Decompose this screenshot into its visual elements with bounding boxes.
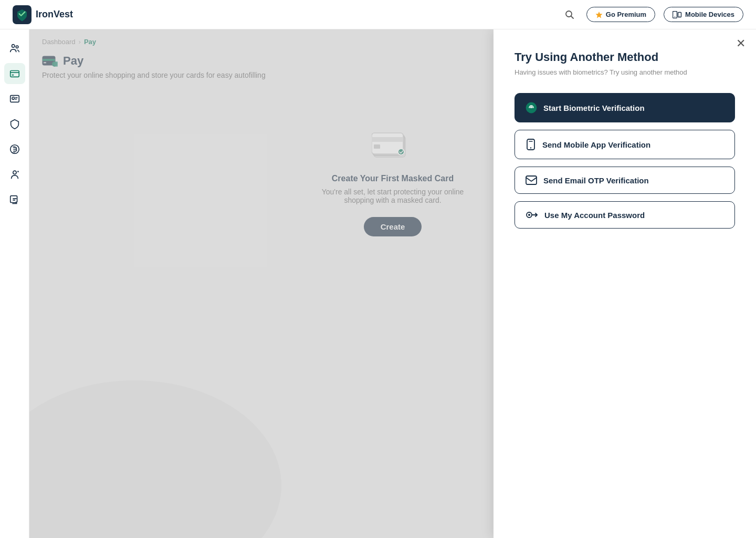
- identity-icon: [9, 93, 20, 105]
- password-label: Use My Account Password: [544, 211, 645, 220]
- svg-point-5: [675, 16, 676, 17]
- fingerprint-icon: [526, 102, 537, 113]
- svg-point-1: [566, 11, 572, 17]
- biometric-label: Start Biometric Verification: [543, 104, 645, 112]
- sidebar: [0, 29, 29, 538]
- mobile-icon: [526, 139, 536, 150]
- logo-text: IronVest: [36, 9, 73, 20]
- mobile-verification-button[interactable]: Send Mobile App Verification: [514, 130, 735, 159]
- main-body: Dashboard › Pay Pay Protect: [0, 29, 756, 538]
- svg-rect-16: [10, 196, 17, 203]
- mobile-devices-button[interactable]: Mobile Devices: [664, 7, 743, 22]
- email-icon: [526, 175, 537, 185]
- panel-subtitle: Having issues with biometrics? Try using…: [514, 68, 735, 76]
- panel-actions: Start Biometric Verification Send Mobile…: [514, 93, 735, 229]
- topnav: IronVest Go Premium Mobile Devices: [0, 0, 756, 29]
- svg-point-33: [530, 147, 531, 148]
- search-icon: [564, 9, 575, 20]
- go-premium-button[interactable]: Go Premium: [586, 7, 655, 22]
- go-premium-label: Go Premium: [606, 11, 646, 18]
- close-button[interactable]: ✕: [736, 38, 746, 49]
- sidebar-item-cards[interactable]: [4, 63, 25, 84]
- panel-title: Try Using Another Method: [514, 50, 735, 64]
- bitcoin-icon: [9, 143, 20, 155]
- svg-point-7: [12, 45, 15, 48]
- shield-icon: [9, 118, 20, 130]
- search-button[interactable]: [561, 6, 578, 23]
- sidebar-item-help[interactable]: [4, 189, 25, 210]
- mobile-devices-label: Mobile Devices: [685, 11, 734, 18]
- cards-icon: [9, 68, 20, 79]
- account-icon: [9, 169, 20, 180]
- logo: IronVest: [13, 5, 73, 24]
- app-container: IronVest Go Premium Mobile Devices: [0, 0, 756, 538]
- email-label: Send Email OTP Verification: [543, 176, 649, 185]
- right-panel: ✕ Try Using Another Method Having issues…: [494, 29, 756, 538]
- svg-point-15: [17, 171, 19, 172]
- svg-point-14: [13, 171, 16, 174]
- users-icon: [9, 43, 20, 54]
- svg-point-36: [528, 214, 530, 216]
- sidebar-item-account[interactable]: [4, 164, 25, 185]
- star-icon: [595, 11, 603, 18]
- logo-icon: [13, 5, 32, 24]
- sidebar-item-bitcoin[interactable]: [4, 139, 25, 160]
- svg-point-6: [679, 15, 680, 16]
- devices-icon: [673, 11, 682, 18]
- sidebar-item-shield[interactable]: [4, 113, 25, 134]
- password-icon: [526, 210, 538, 220]
- svg-rect-9: [10, 71, 19, 77]
- biometric-button[interactable]: Start Biometric Verification: [514, 93, 735, 122]
- sidebar-item-identity[interactable]: [4, 88, 25, 109]
- sidebar-item-users[interactable]: [4, 38, 25, 59]
- svg-rect-34: [526, 176, 537, 184]
- svg-point-12: [12, 97, 14, 100]
- email-verification-button[interactable]: Send Email OTP Verification: [514, 167, 735, 194]
- svg-marker-2: [595, 12, 602, 18]
- content-area: Dashboard › Pay Pay Protect: [29, 29, 756, 538]
- svg-point-8: [16, 46, 18, 48]
- svg-rect-10: [12, 75, 14, 76]
- svg-point-31: [531, 107, 532, 108]
- svg-rect-4: [678, 12, 681, 17]
- help-icon: [9, 194, 20, 205]
- mobile-label: Send Mobile App Verification: [542, 140, 650, 149]
- password-button[interactable]: Use My Account Password: [514, 201, 735, 229]
